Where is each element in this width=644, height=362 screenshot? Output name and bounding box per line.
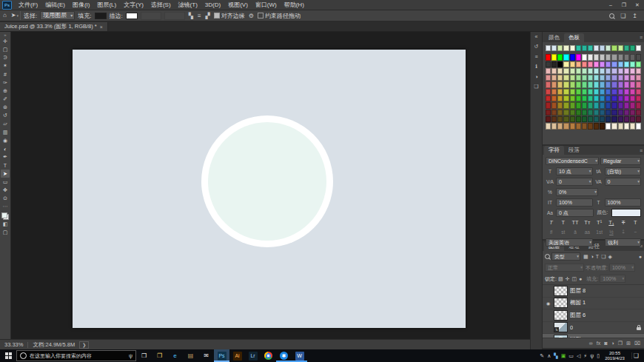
fill-swatch[interactable] <box>95 13 107 19</box>
edge-icon[interactable]: e <box>167 349 183 362</box>
stroke-swatch[interactable] <box>126 13 138 19</box>
color-swatch[interactable] <box>594 123 599 129</box>
color-swatch[interactable] <box>600 102 605 108</box>
color-swatch[interactable] <box>624 68 629 74</box>
history-panel-icon[interactable]: ↺ <box>534 44 539 50</box>
color-swatch[interactable] <box>636 54 641 60</box>
color-swatch[interactable] <box>588 102 593 108</box>
color-swatch[interactable] <box>546 95 551 101</box>
color-swatch[interactable] <box>600 75 605 81</box>
color-swatch[interactable] <box>618 110 623 115</box>
color-swatch[interactable] <box>630 95 635 101</box>
lasso-tool[interactable]: Ͽ <box>1 53 10 61</box>
color-swatch[interactable] <box>582 45 587 51</box>
adjustment-layer-icon[interactable]: ◑ <box>611 341 614 346</box>
gradient-tool[interactable]: ▥ <box>1 128 10 136</box>
align-edges-checkbox[interactable]: 对齐边缘 <box>214 12 245 20</box>
menu-item[interactable]: 窗口(W) <box>252 0 281 10</box>
color-swatch[interactable] <box>630 61 635 67</box>
color-swatch[interactable] <box>551 95 557 101</box>
color-swatch[interactable] <box>557 54 563 60</box>
menu-item[interactable]: 帮助(H) <box>281 0 308 10</box>
type-style-button[interactable]: T₁ <box>606 219 617 227</box>
panel-tab[interactable]: 色板 <box>564 33 584 42</box>
color-swatch[interactable] <box>557 123 563 129</box>
type-style-button[interactable]: T¹ <box>594 219 605 227</box>
color-swatch[interactable] <box>618 123 623 129</box>
color-swatch[interactable] <box>563 116 568 122</box>
color-swatch[interactable] <box>611 102 617 108</box>
delete-layer-icon[interactable]: ⌧ <box>634 341 640 346</box>
panel-menu-icon[interactable]: ≡ <box>640 148 643 153</box>
tray-usb-icon[interactable]: ψ <box>590 353 594 359</box>
color-swatch[interactable] <box>576 95 581 101</box>
select-mode-dropdown[interactable]: 现用图层 <box>40 11 75 20</box>
color-swatch[interactable] <box>576 75 581 81</box>
layer-effects-icon[interactable]: fx <box>597 341 600 346</box>
layer-filter-icon[interactable]: ▦ <box>583 254 588 260</box>
blur-tool[interactable]: ◉ <box>1 136 10 144</box>
menu-item[interactable]: 滤镜(T) <box>175 0 201 10</box>
color-swatch[interactable] <box>606 45 611 51</box>
color-swatch[interactable] <box>546 75 551 81</box>
type-style-button[interactable]: T <box>618 219 629 227</box>
color-swatch[interactable] <box>636 102 641 108</box>
color-swatch[interactable] <box>582 81 587 87</box>
color-swatch[interactable] <box>594 45 599 51</box>
color-swatch[interactable] <box>630 123 635 129</box>
marquee-tool[interactable]: ▢ <box>1 45 10 53</box>
color-swatch[interactable] <box>582 61 587 67</box>
color-swatch[interactable] <box>606 61 611 67</box>
color-swatch[interactable] <box>600 123 605 129</box>
layer-filter-icon[interactable]: ◈ <box>608 254 611 260</box>
proportional-spacing-field[interactable]: 0% <box>556 188 598 196</box>
maximize-button[interactable]: ❐ <box>617 0 631 10</box>
color-swatch[interactable] <box>636 116 641 122</box>
color-swatch[interactable] <box>600 116 605 122</box>
document-tab[interactable]: Juice.psd @ 33.3% (圆形 1, RGB/8) * × <box>0 22 108 31</box>
color-swatch[interactable] <box>624 61 629 67</box>
foreground-background-colors[interactable] <box>1 212 9 220</box>
color-swatch[interactable] <box>600 95 605 101</box>
color-swatch[interactable] <box>618 45 623 51</box>
color-swatch[interactable] <box>618 75 623 81</box>
menu-item[interactable]: 文件(F) <box>15 0 41 10</box>
color-swatch[interactable] <box>576 45 581 51</box>
color-swatch[interactable] <box>546 102 551 108</box>
color-swatch[interactable] <box>600 54 605 60</box>
hand-tool[interactable]: ✥ <box>1 186 10 194</box>
eraser-tool[interactable]: ▱ <box>1 120 10 128</box>
color-swatch[interactable] <box>546 116 551 122</box>
color-swatch[interactable] <box>570 54 575 60</box>
color-swatch[interactable] <box>624 89 629 95</box>
color-swatch[interactable] <box>588 61 593 67</box>
color-swatch[interactable] <box>557 95 563 101</box>
color-swatch[interactable] <box>600 68 605 74</box>
color-swatch[interactable] <box>636 81 641 87</box>
search-icon[interactable] <box>609 13 614 19</box>
quick-selection-tool[interactable]: ✶ <box>1 62 10 70</box>
color-swatch[interactable] <box>630 54 635 60</box>
tray-volume-icon[interactable]: ◁ <box>577 353 580 359</box>
antialias-field[interactable]: 锐利 <box>605 238 641 247</box>
color-swatch[interactable] <box>594 81 599 87</box>
layer-name[interactable]: 椭圆 1 <box>570 299 586 306</box>
close-button[interactable]: ✕ <box>631 0 644 10</box>
clone-stamp-tool[interactable]: ⊛ <box>1 104 10 112</box>
color-swatch[interactable] <box>563 75 568 81</box>
microphone-icon[interactable]: ψ <box>129 353 133 358</box>
color-swatch[interactable] <box>606 89 611 95</box>
color-swatch[interactable] <box>570 123 575 129</box>
shape-width-field[interactable] <box>141 12 161 20</box>
canvas-area[interactable] <box>11 32 530 339</box>
color-swatch[interactable] <box>582 123 587 129</box>
color-swatch[interactable] <box>546 61 551 67</box>
color-swatch[interactable] <box>606 75 611 81</box>
color-swatch[interactable] <box>557 81 563 87</box>
color-swatch[interactable] <box>611 89 617 95</box>
filter-toggle-icon[interactable]: ● <box>639 254 642 259</box>
color-swatch[interactable] <box>551 68 557 74</box>
color-swatch[interactable] <box>594 95 599 101</box>
color-swatch[interactable] <box>606 123 611 129</box>
color-swatch[interactable] <box>624 81 629 87</box>
